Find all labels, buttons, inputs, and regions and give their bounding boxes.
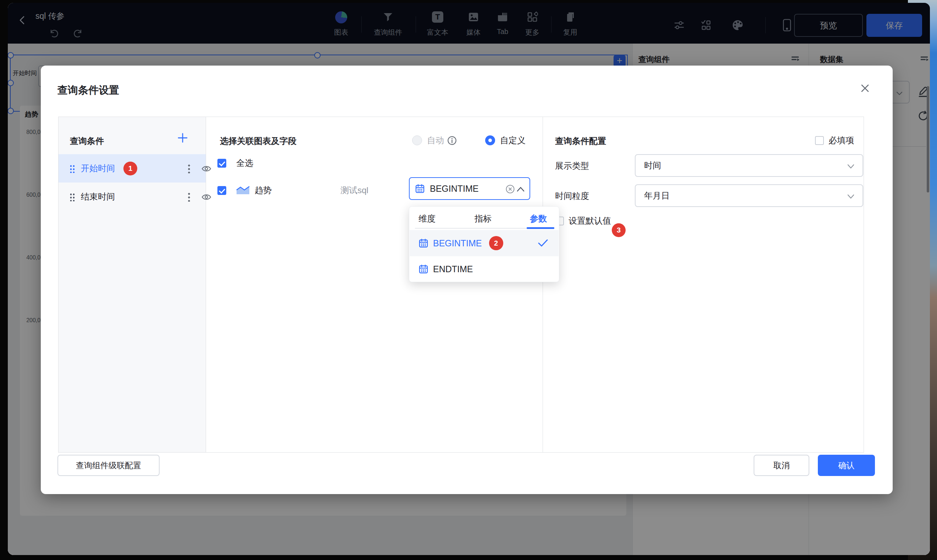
display-type-label: 展示类型 [555, 160, 589, 172]
chart-field-header: 选择关联图表及字段 [220, 135, 296, 147]
checkbox-unchecked-icon[interactable] [815, 136, 824, 145]
condition-config-panel: 查询条件配置 必填项 展示类型 时间 3 时间粒度 年月日 设置默认值 [542, 117, 864, 452]
tab-active-underline [527, 227, 554, 229]
chart-link-row: 趋势 测试sql [217, 179, 368, 202]
field-dropdown-popup: 维度 指标 参数 BEGINTIME 2 ENDTIME [409, 206, 559, 282]
step-badge-3: 3 [612, 223, 626, 237]
info-icon[interactable] [447, 136, 457, 145]
condition-item-label: 结束时间 [81, 191, 115, 202]
display-type-value: 时间 [644, 160, 661, 171]
checkbox-checked-icon[interactable] [217, 186, 226, 195]
radio-on-icon [485, 135, 495, 145]
granularity-value: 年月日 [644, 190, 670, 201]
condition-item-start-time[interactable]: 开始时间 1 [59, 154, 206, 183]
dropdown-item-begintime[interactable]: BEGINTIME 2 [410, 230, 559, 256]
confirm-button[interactable]: 确认 [818, 455, 875, 476]
field-select-value: BEGINTIME [430, 184, 479, 194]
kebab-menu-icon[interactable] [188, 192, 190, 202]
radio-auto[interactable]: 自动 [412, 131, 457, 150]
field-select[interactable]: BEGINTIME [409, 177, 530, 200]
chevron-down-icon [846, 192, 855, 201]
granularity-label: 时间粒度 [555, 190, 589, 202]
granularity-select[interactable]: 年月日 [635, 184, 863, 207]
dropdown-item-label: BEGINTIME [433, 238, 482, 248]
add-condition-button[interactable] [177, 132, 189, 145]
display-type-select[interactable]: 时间 [635, 154, 863, 177]
condition-item-label: 开始时间 [81, 163, 115, 174]
cancel-button[interactable]: 取消 [754, 455, 809, 476]
chart-name-label: 趋势 [255, 185, 272, 196]
cascade-config-button[interactable]: 查询组件级联配置 [57, 455, 160, 476]
condition-list-header: 查询条件 [70, 135, 104, 147]
calendar-icon [419, 238, 428, 248]
step-badge-2: 2 [489, 236, 503, 250]
dataset-name-label: 测试sql [341, 185, 368, 196]
calendar-icon [415, 184, 425, 194]
area-chart-icon [236, 185, 250, 195]
tab-underline-track [415, 228, 527, 229]
set-default-toggle[interactable]: 设置默认值 [555, 211, 611, 231]
required-label: 必填项 [829, 135, 854, 146]
dropdown-item-label: ENDTIME [433, 264, 473, 274]
required-toggle[interactable]: 必填项 [815, 131, 854, 149]
radio-custom-label: 自定义 [500, 135, 526, 146]
close-icon[interactable] [859, 83, 871, 95]
screen: sql 传参 图表 查询组件 T 富文本 [0, 0, 937, 560]
step-badge-1: 1 [123, 162, 137, 175]
tab-metric[interactable]: 指标 [475, 213, 492, 225]
chevron-down-icon [846, 162, 855, 171]
kebab-menu-icon[interactable] [188, 163, 190, 173]
dropdown-item-endtime[interactable]: ENDTIME [410, 256, 559, 282]
radio-custom[interactable]: 自定义 [485, 131, 526, 150]
select-all-row[interactable]: 全选 [217, 152, 253, 174]
radio-off-icon [412, 135, 422, 145]
radio-auto-label: 自动 [427, 135, 444, 146]
drag-handle-icon[interactable] [69, 164, 75, 173]
checkbox-checked-icon[interactable] [217, 159, 226, 168]
calendar-icon [419, 264, 428, 274]
select-all-label: 全选 [236, 157, 253, 169]
set-default-label: 设置默认值 [569, 215, 611, 226]
condition-config-header: 查询条件配置 [555, 135, 606, 147]
tab-dimension[interactable]: 维度 [419, 213, 436, 225]
chart-field-panel: 选择关联图表及字段 自动 自定义 全选 趋势 测试sql [206, 117, 543, 452]
condition-item-end-time[interactable]: 结束时间 [59, 183, 206, 211]
drag-handle-icon[interactable] [69, 192, 75, 201]
dialog-title: 查询条件设置 [57, 83, 119, 97]
clear-icon[interactable] [505, 184, 515, 194]
condition-list-panel: 查询条件 开始时间 1 结束时间 [59, 117, 206, 452]
tab-parameter[interactable]: 参数 [530, 213, 547, 225]
chevron-up-icon[interactable] [516, 185, 525, 193]
selected-check-icon [537, 238, 549, 248]
